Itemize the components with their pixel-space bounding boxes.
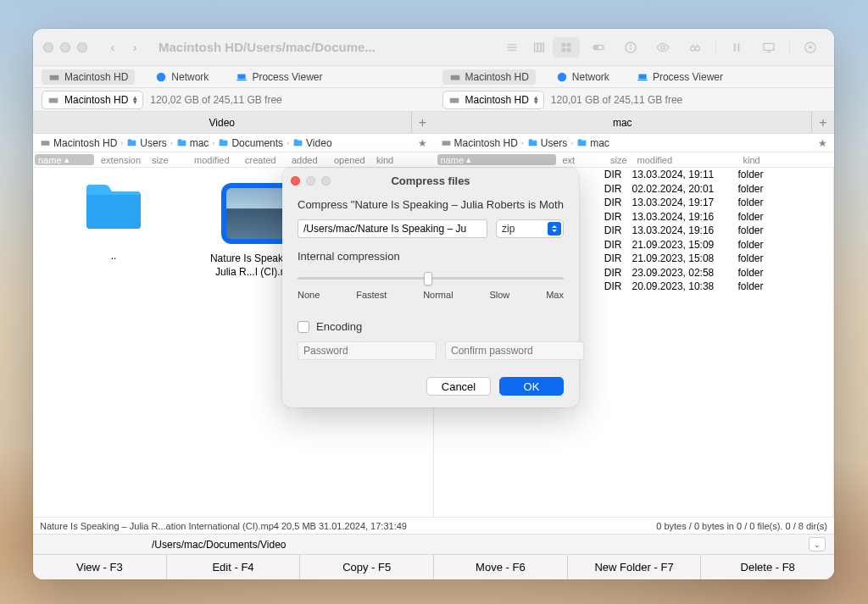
svg-rect-20 — [764, 43, 774, 50]
encoding-checkbox[interactable] — [298, 321, 309, 333]
view-mode-group — [498, 37, 580, 58]
delete-button[interactable]: Delete - F8 — [701, 555, 834, 579]
confirm-password-input[interactable] — [445, 341, 584, 360]
password-input[interactable] — [298, 341, 437, 360]
slider-label: Slow — [489, 290, 509, 300]
copy-button[interactable]: Copy - F5 — [300, 555, 434, 579]
view-button[interactable]: View - F3 — [33, 555, 167, 579]
move-button[interactable]: Move - F6 — [434, 555, 568, 579]
col-name[interactable]: name ▴ — [35, 154, 94, 165]
binoculars-icon[interactable] — [682, 37, 709, 58]
fav-process[interactable]: Process Viewer — [630, 69, 730, 85]
eye-icon[interactable] — [649, 37, 676, 58]
fav-drive[interactable]: Macintosh HD — [42, 69, 135, 85]
tab-add-right[interactable]: + — [812, 112, 834, 133]
svg-rect-9 — [567, 47, 571, 52]
updir-item[interactable]: .. — [58, 183, 169, 279]
svg-rect-27 — [450, 75, 459, 80]
zoom-light[interactable] — [77, 42, 87, 53]
archive-path-input[interactable] — [298, 219, 487, 238]
svg-rect-23 — [50, 75, 59, 80]
compression-slider[interactable] — [298, 271, 564, 285]
favorites-bar: Macintosh HD Network Process Viewer Maci… — [33, 66, 834, 88]
crumb-item[interactable]: mac — [576, 137, 609, 149]
svg-point-16 — [691, 46, 695, 50]
fav-network[interactable]: Network — [148, 69, 215, 85]
breadcrumb-left: Macintosh HD› Users› mac› Documents› Vid… — [33, 134, 434, 152]
col-opened[interactable]: opened — [329, 155, 371, 165]
close-light[interactable] — [43, 42, 53, 53]
svg-rect-4 — [538, 43, 541, 51]
breadcrumb-right: Macintosh HD› Users› mac ★ — [434, 134, 835, 152]
chevron-updown-icon — [548, 222, 561, 236]
monitor-icon[interactable] — [755, 37, 782, 58]
fav-drive[interactable]: Macintosh HD — [442, 69, 536, 85]
tab-right[interactable]: mac — [434, 112, 813, 133]
status-row: Nature Is Speaking – Julia R...ation Int… — [33, 517, 834, 534]
svg-rect-19 — [737, 43, 739, 51]
window-controls — [43, 42, 87, 53]
favorites-left: Macintosh HD Network Process Viewer — [33, 66, 434, 87]
svg-point-15 — [661, 46, 665, 49]
tab-left[interactable]: Video — [33, 112, 412, 133]
ok-button[interactable]: OK — [499, 377, 564, 396]
col-ext[interactable]: ext — [558, 155, 593, 165]
compression-label: Internal compression — [298, 250, 564, 263]
toggle-icon[interactable] — [585, 37, 612, 58]
nav-forward-button[interactable]: › — [125, 37, 145, 58]
minimize-light[interactable] — [60, 42, 70, 53]
view-list-icon[interactable] — [498, 37, 526, 58]
tab-add-left[interactable]: + — [412, 112, 434, 133]
svg-rect-34 — [442, 141, 450, 145]
svg-rect-29 — [638, 74, 646, 79]
drive-selector-right[interactable]: Macintosh HD ▴▾ — [442, 91, 544, 109]
col-size[interactable]: size — [147, 155, 189, 165]
info-icon[interactable] — [617, 37, 644, 58]
newfolder-button[interactable]: New Folder - F7 — [568, 555, 702, 579]
svg-point-11 — [594, 46, 598, 49]
status-left: Nature Is Speaking – Julia R...ation Int… — [33, 518, 434, 534]
dialog-title: Compress files — [282, 175, 579, 187]
slider-thumb[interactable] — [424, 272, 432, 285]
nav-back-button[interactable]: ‹ — [103, 37, 123, 58]
crumb-item[interactable]: Documents — [218, 137, 283, 149]
crumb-item[interactable]: Video — [292, 137, 331, 149]
col-extension[interactable]: extension — [96, 155, 147, 165]
path-row: /Users/mac/Documents/Video ⌄ — [33, 534, 834, 554]
view-columns-icon[interactable] — [526, 37, 553, 58]
favorites-right: Macintosh HD Network Process Viewer — [434, 66, 835, 87]
view-grid-icon[interactable] — [553, 37, 580, 58]
cancel-button[interactable]: Cancel — [426, 377, 491, 396]
drive-selector-left[interactable]: Macintosh HD ▴▾ — [42, 91, 143, 109]
slider-label: None — [298, 290, 320, 300]
svg-rect-32 — [449, 97, 459, 103]
svg-rect-6 — [562, 42, 566, 47]
crumb-item[interactable]: Macintosh HD — [441, 137, 518, 149]
col-size[interactable]: size — [593, 155, 632, 165]
col-name[interactable]: name ▴ — [437, 154, 556, 165]
slider-label: Max — [546, 290, 564, 300]
download-icon[interactable] — [797, 37, 824, 58]
col-created[interactable]: created — [240, 155, 287, 165]
crumb-item[interactable]: Macintosh HD — [40, 137, 117, 149]
edit-button[interactable]: Edit - F4 — [167, 555, 301, 579]
star-icon[interactable]: ★ — [818, 137, 827, 149]
crumb-item[interactable]: Users — [126, 137, 166, 149]
col-added[interactable]: added — [287, 155, 329, 165]
path-dropdown[interactable]: ⌄ — [809, 537, 826, 551]
svg-rect-7 — [567, 42, 571, 47]
col-modified[interactable]: modified — [189, 155, 240, 165]
drive-row: Macintosh HD ▴▾ 120,02 GB of 245,11 GB f… — [33, 88, 834, 112]
format-select[interactable]: zip — [496, 219, 564, 238]
path-input[interactable]: /Users/mac/Documents/Video — [42, 539, 826, 551]
crumb-item[interactable]: mac — [176, 137, 209, 149]
col-kind[interactable]: kind — [371, 155, 414, 165]
crumb-item[interactable]: Users — [527, 137, 567, 149]
col-modified[interactable]: modified — [632, 155, 738, 165]
fav-process[interactable]: Process Viewer — [229, 69, 329, 85]
fav-network[interactable]: Network — [549, 69, 616, 85]
folder-icon — [83, 183, 144, 232]
col-kind[interactable]: kind — [738, 155, 789, 165]
pause-icon[interactable] — [723, 37, 750, 58]
star-icon[interactable]: ★ — [418, 137, 427, 149]
